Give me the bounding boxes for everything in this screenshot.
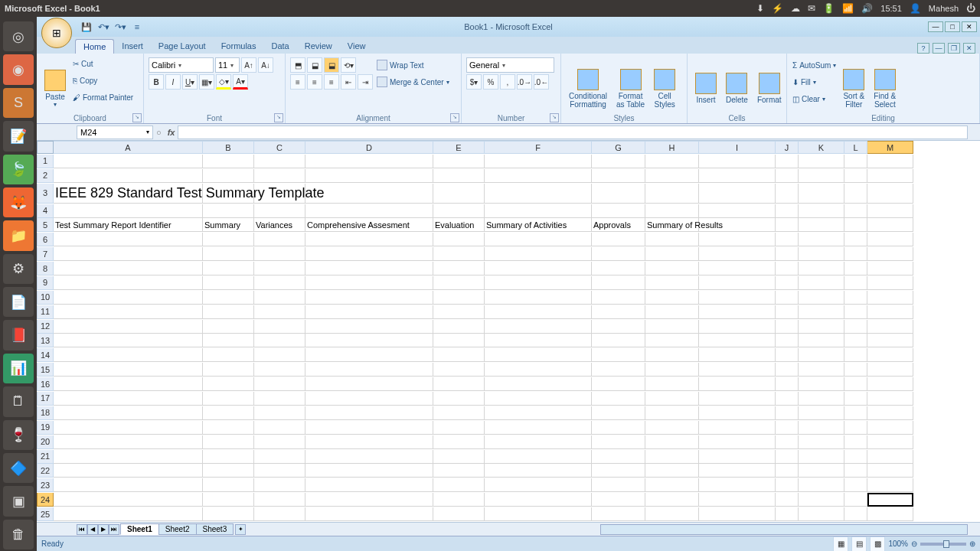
cell[interactable]: Comprehensive Assesment — [305, 218, 433, 232]
cell[interactable] — [592, 262, 645, 276]
formula-input[interactable] — [178, 126, 968, 139]
cell[interactable] — [203, 334, 254, 347]
sheet-tab-sheet1[interactable]: Sheet1 — [120, 523, 159, 535]
cell[interactable] — [799, 305, 844, 319]
cell[interactable] — [799, 184, 844, 204]
cell[interactable] — [844, 507, 867, 521]
cell[interactable] — [592, 392, 645, 406]
terminal-icon[interactable]: ▣ — [3, 486, 34, 516]
cell[interactable] — [203, 305, 254, 319]
cell[interactable] — [305, 348, 433, 362]
cell[interactable] — [867, 233, 913, 246]
gedit-icon[interactable]: 📝 — [3, 121, 34, 151]
cell[interactable] — [254, 169, 305, 183]
row-header[interactable]: 14 — [37, 348, 54, 362]
cell[interactable] — [485, 334, 592, 347]
cell[interactable] — [699, 320, 776, 334]
cell[interactable] — [799, 493, 844, 507]
row-header[interactable]: 13 — [37, 334, 54, 347]
cell[interactable] — [433, 478, 485, 492]
align-top-button[interactable]: ⬒ — [290, 57, 305, 73]
cell[interactable] — [203, 421, 254, 435]
cell[interactable] — [867, 493, 913, 507]
cell[interactable]: Variances — [254, 218, 305, 232]
cell[interactable] — [54, 305, 203, 319]
cell[interactable] — [54, 262, 203, 276]
cell[interactable] — [867, 184, 913, 204]
clock[interactable]: 15:51 — [880, 4, 902, 13]
cell[interactable] — [203, 377, 254, 391]
cell[interactable] — [485, 421, 592, 435]
cell[interactable] — [433, 450, 485, 464]
cell[interactable] — [254, 507, 305, 521]
sheet-nav-prev[interactable]: ◀ — [87, 524, 98, 535]
cell[interactable] — [54, 435, 203, 449]
cell[interactable] — [54, 233, 203, 246]
reader-icon[interactable]: 📕 — [3, 320, 34, 350]
cell[interactable] — [254, 450, 305, 464]
cell[interactable] — [645, 155, 699, 168]
cell[interactable] — [699, 276, 776, 290]
cell[interactable] — [305, 363, 433, 377]
cell[interactable] — [433, 305, 485, 319]
cell[interactable] — [844, 464, 867, 478]
cell[interactable] — [844, 305, 867, 319]
cell[interactable] — [54, 247, 203, 261]
cell[interactable] — [776, 262, 799, 276]
cell[interactable]: Evaluation — [433, 218, 485, 232]
zoom-slider[interactable] — [920, 543, 966, 546]
cell[interactable] — [699, 493, 776, 507]
fill-color-button[interactable]: ◇▾ — [216, 74, 231, 90]
cell[interactable] — [254, 247, 305, 261]
cell[interactable] — [699, 450, 776, 464]
cell[interactable] — [799, 218, 844, 232]
cell[interactable] — [776, 450, 799, 464]
cell[interactable] — [54, 291, 203, 305]
cell[interactable] — [645, 305, 699, 319]
cell[interactable] — [433, 392, 485, 406]
cell[interactable] — [645, 334, 699, 347]
column-header[interactable]: A — [54, 141, 203, 154]
misc-icon[interactable]: 🔷 — [3, 453, 34, 483]
leaf-icon[interactable]: 🍃 — [3, 155, 34, 184]
font-color-button[interactable]: A▾ — [233, 74, 248, 90]
cell[interactable] — [592, 450, 645, 464]
cell[interactable] — [54, 464, 203, 478]
font-dialog-launcher[interactable]: ↘ — [274, 113, 283, 122]
dash-icon[interactable]: ◎ — [3, 21, 34, 51]
cell[interactable] — [54, 276, 203, 290]
cell[interactable] — [867, 421, 913, 435]
cell[interactable] — [867, 392, 913, 406]
cell[interactable] — [776, 184, 799, 204]
trash-icon[interactable]: 🗑 — [3, 520, 34, 549]
tab-insert[interactable]: Insert — [114, 39, 151, 54]
cell[interactable] — [305, 406, 433, 420]
mdi-restore-button[interactable]: ❐ — [948, 43, 960, 54]
cell[interactable] — [776, 320, 799, 334]
cell[interactable] — [592, 320, 645, 334]
user-name[interactable]: Mahesh — [929, 4, 959, 13]
files-icon[interactable]: 📁 — [3, 220, 34, 250]
save-icon[interactable]: 💾 — [80, 20, 93, 34]
cell[interactable] — [699, 334, 776, 347]
cell[interactable] — [305, 507, 433, 521]
tab-view[interactable]: View — [340, 39, 374, 54]
cell[interactable] — [776, 204, 799, 218]
cell[interactable] — [485, 435, 592, 449]
cell[interactable] — [867, 320, 913, 334]
cell[interactable] — [592, 305, 645, 319]
cell[interactable] — [867, 247, 913, 261]
cell[interactable] — [203, 450, 254, 464]
cell[interactable] — [203, 392, 254, 406]
cell[interactable] — [203, 464, 254, 478]
cell[interactable] — [203, 435, 254, 449]
cell[interactable] — [844, 155, 867, 168]
cell[interactable] — [867, 262, 913, 276]
cell[interactable] — [203, 233, 254, 246]
cell[interactable] — [485, 155, 592, 168]
cell[interactable] — [799, 155, 844, 168]
cell[interactable] — [645, 435, 699, 449]
cell[interactable] — [485, 184, 592, 204]
align-bottom-button[interactable]: ⬓ — [324, 57, 339, 73]
cell[interactable] — [844, 392, 867, 406]
